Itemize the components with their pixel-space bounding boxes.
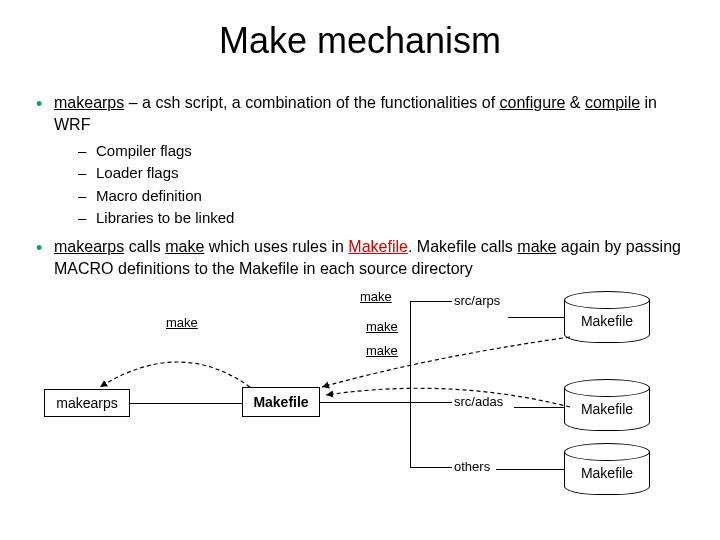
make-label: make <box>360 289 392 304</box>
connector-line <box>130 403 242 404</box>
dir-label: others <box>454 459 490 474</box>
connector-line <box>496 469 564 470</box>
compile-term: compile <box>585 94 640 111</box>
sub-item: Loader flags <box>76 163 690 183</box>
sub-item: Compiler flags <box>76 141 690 161</box>
make-term-2: make <box>517 238 556 255</box>
sub-item: Libraries to be linked <box>76 208 690 228</box>
makefile-cylinder: Makefile <box>564 299 650 343</box>
bullet-1: makearps – a csh script, a combination o… <box>30 92 690 228</box>
makefile-cylinder: Makefile <box>564 451 650 495</box>
b2-b: calls <box>124 238 165 255</box>
make-label: make <box>366 343 398 358</box>
b1-amp: & <box>565 94 585 111</box>
b1-a: – a csh script, a combination of the fun… <box>124 94 499 111</box>
b2-f: . Makefile calls <box>408 238 517 255</box>
makearps-term-2: makearps <box>54 238 124 255</box>
bullet-2: makearps calls make which uses rules in … <box>30 236 690 279</box>
connector-line <box>320 402 410 403</box>
b2-d: which uses rules in <box>204 238 348 255</box>
connector-line <box>508 317 564 318</box>
makefile-box: Makefile <box>242 387 320 417</box>
sub-list: Compiler flags Loader flags Macro defini… <box>76 141 690 228</box>
connector-vline <box>410 301 411 467</box>
makearps-term: makearps <box>54 94 124 111</box>
make-label: make <box>366 319 398 334</box>
make-term: make <box>165 238 204 255</box>
connector-line <box>410 467 452 468</box>
connector-line <box>514 407 564 408</box>
make-label-top: make <box>166 315 198 330</box>
makefile-cylinder: Makefile <box>564 387 650 431</box>
configure-term: configure <box>500 94 566 111</box>
connector-line <box>410 402 452 403</box>
dir-label: src/adas <box>454 394 503 409</box>
dir-label: src/arps <box>454 293 500 308</box>
makearps-box: makearps <box>44 389 130 417</box>
sub-item: Macro definition <box>76 186 690 206</box>
makefile-term: Makefile <box>348 238 408 255</box>
cyl-label: Makefile <box>581 465 633 481</box>
flow-diagram: makearps make Makefile make make make sr… <box>30 287 690 507</box>
bullet-list: makearps – a csh script, a combination o… <box>30 92 690 279</box>
cyl-label: Makefile <box>581 313 633 329</box>
connector-line <box>410 301 452 302</box>
slide-title: Make mechanism <box>30 20 690 62</box>
cyl-label: Makefile <box>581 401 633 417</box>
